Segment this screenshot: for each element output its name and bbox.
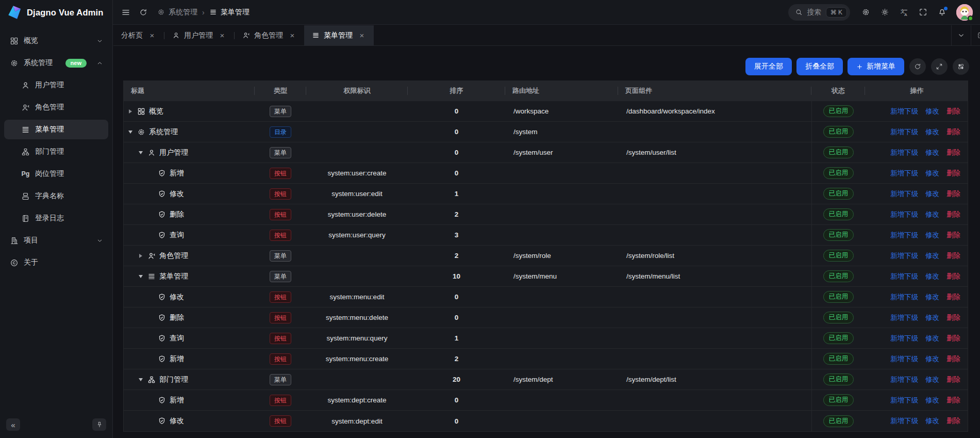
action-link-新增下级[interactable]: 新增下级 xyxy=(890,210,918,219)
row-expanded-caret[interactable] xyxy=(137,378,144,381)
sidebar-item-角色管理[interactable]: 角色管理 xyxy=(4,98,108,117)
action-link-新增下级[interactable]: 新增下级 xyxy=(890,148,918,157)
action-link-删除[interactable]: 删除 xyxy=(946,231,960,240)
action-link-修改[interactable]: 修改 xyxy=(925,231,939,240)
sidebar-item-关于[interactable]: 关于 xyxy=(4,253,108,272)
action-link-新增下级[interactable]: 新增下级 xyxy=(890,293,918,302)
tabbar-chevron-down-button[interactable] xyxy=(951,25,971,45)
tab-close-icon[interactable]: × xyxy=(288,31,296,39)
tab-close-icon[interactable]: × xyxy=(358,31,366,39)
action-link-新增下级[interactable]: 新增下级 xyxy=(890,107,918,116)
action-link-修改[interactable]: 修改 xyxy=(925,396,939,405)
action-link-修改[interactable]: 修改 xyxy=(925,107,939,116)
theme-button[interactable] xyxy=(876,4,893,21)
page-refresh-button[interactable] xyxy=(135,4,152,21)
sidebar-item-系统管理[interactable]: 系统管理new xyxy=(4,53,108,73)
action-link-修改[interactable]: 修改 xyxy=(925,334,939,343)
sidebar-item-概览[interactable]: 概览 xyxy=(4,31,108,51)
tab-label: 用户管理 xyxy=(184,31,213,40)
tab-close-icon[interactable]: × xyxy=(148,31,156,39)
cell-status: 已启用 xyxy=(811,390,865,410)
action-link-删除[interactable]: 删除 xyxy=(946,313,960,322)
sidebar-pin-button[interactable] xyxy=(92,418,106,431)
toolbar-refresh-button[interactable] xyxy=(909,58,926,75)
action-link-删除[interactable]: 删除 xyxy=(946,127,960,137)
action-link-修改[interactable]: 修改 xyxy=(925,272,939,281)
action-link-修改[interactable]: 修改 xyxy=(925,354,939,364)
action-link-新增下级[interactable]: 新增下级 xyxy=(890,334,918,343)
toolbar-button-新增菜单[interactable]: 新增菜单 xyxy=(848,58,904,75)
action-link-新增下级[interactable]: 新增下级 xyxy=(890,231,918,240)
action-link-修改[interactable]: 修改 xyxy=(925,210,939,219)
action-link-修改[interactable]: 修改 xyxy=(925,127,939,137)
toolbar-expand-button[interactable] xyxy=(931,58,948,75)
tab-close-icon[interactable]: × xyxy=(218,31,226,39)
language-button[interactable]: 文A xyxy=(895,4,912,21)
tab-分析页[interactable]: 分析页× xyxy=(113,25,164,45)
fullscreen-button[interactable] xyxy=(914,4,932,21)
action-link-删除[interactable]: 删除 xyxy=(946,148,960,157)
action-link-删除[interactable]: 删除 xyxy=(946,210,960,219)
type-tag: 菜单 xyxy=(270,147,291,158)
row-expanded-caret[interactable] xyxy=(137,275,144,278)
action-link-新增下级[interactable]: 新增下级 xyxy=(890,169,918,178)
breadcrumb-item[interactable]: 系统管理 xyxy=(157,8,197,17)
action-link-删除[interactable]: 删除 xyxy=(946,375,960,384)
action-link-删除[interactable]: 删除 xyxy=(946,251,960,261)
row-expanded-caret[interactable] xyxy=(127,131,134,134)
sidebar-item-字典名称[interactable]: 字典名称 xyxy=(4,186,108,206)
action-link-新增下级[interactable]: 新增下级 xyxy=(890,354,918,364)
action-link-新增下级[interactable]: 新增下级 xyxy=(890,251,918,261)
cell-sort: 2 xyxy=(408,204,505,224)
sidebar-item-岗位管理[interactable]: Pg岗位管理 xyxy=(4,164,108,184)
tab-用户管理[interactable]: 用户管理× xyxy=(164,25,234,45)
toolbar-button-折叠全部[interactable]: 折叠全部 xyxy=(796,58,843,75)
action-link-删除[interactable]: 删除 xyxy=(946,169,960,178)
row-expanded-caret[interactable] xyxy=(137,151,144,154)
sidebar-collapse-button[interactable]: « xyxy=(6,418,20,431)
action-link-修改[interactable]: 修改 xyxy=(925,293,939,302)
action-link-删除[interactable]: 删除 xyxy=(946,396,960,405)
sidebar-item-登录日志[interactable]: 登录日志 xyxy=(4,208,108,228)
action-link-新增下级[interactable]: 新增下级 xyxy=(890,189,918,199)
tab-角色管理[interactable]: 角色管理× xyxy=(235,25,304,45)
toolbar-column-settings-button[interactable] xyxy=(953,58,969,75)
action-link-修改[interactable]: 修改 xyxy=(925,416,939,426)
breadcrumb-item[interactable]: 菜单管理 xyxy=(209,8,250,17)
sidebar-item-用户管理[interactable]: 用户管理 xyxy=(4,75,108,95)
logo[interactable]: Djagno Vue Admin xyxy=(0,0,112,25)
menu-toggle-button[interactable] xyxy=(117,4,135,21)
action-link-修改[interactable]: 修改 xyxy=(925,313,939,322)
action-link-新增下级[interactable]: 新增下级 xyxy=(890,127,918,137)
search-input[interactable]: 搜索 ⌘ K xyxy=(788,4,850,21)
action-link-删除[interactable]: 删除 xyxy=(946,354,960,364)
notifications-button[interactable] xyxy=(933,4,951,21)
action-link-修改[interactable]: 修改 xyxy=(925,251,939,261)
sidebar-item-部门管理[interactable]: 部门管理 xyxy=(4,142,108,161)
fullscreen-icon xyxy=(919,8,927,17)
tab-菜单管理[interactable]: 菜单管理× xyxy=(304,25,374,45)
action-link-修改[interactable]: 修改 xyxy=(925,375,939,384)
action-link-修改[interactable]: 修改 xyxy=(925,189,939,199)
settings-button[interactable] xyxy=(857,4,874,21)
action-link-新增下级[interactable]: 新增下级 xyxy=(890,416,918,426)
sidebar-item-菜单管理[interactable]: 菜单管理 xyxy=(4,120,108,139)
action-link-修改[interactable]: 修改 xyxy=(925,169,939,178)
action-link-删除[interactable]: 删除 xyxy=(946,334,960,343)
action-link-新增下级[interactable]: 新增下级 xyxy=(890,375,918,384)
row-collapsed-caret[interactable] xyxy=(137,254,144,258)
action-link-删除[interactable]: 删除 xyxy=(946,189,960,199)
action-link-新增下级[interactable]: 新增下级 xyxy=(890,313,918,322)
action-link-删除[interactable]: 删除 xyxy=(946,272,960,281)
toolbar-button-展开全部[interactable]: 展开全部 xyxy=(745,58,792,75)
sidebar-item-项目[interactable]: 项目 xyxy=(4,231,108,250)
action-link-删除[interactable]: 删除 xyxy=(946,107,960,116)
tabbar-maximize-button[interactable] xyxy=(971,25,980,45)
action-link-修改[interactable]: 修改 xyxy=(925,148,939,157)
action-link-新增下级[interactable]: 新增下级 xyxy=(890,272,918,281)
action-link-删除[interactable]: 删除 xyxy=(946,293,960,302)
avatar[interactable] xyxy=(956,4,973,21)
action-link-新增下级[interactable]: 新增下级 xyxy=(890,396,918,405)
row-collapsed-caret[interactable] xyxy=(127,109,134,113)
action-link-删除[interactable]: 删除 xyxy=(946,416,960,426)
